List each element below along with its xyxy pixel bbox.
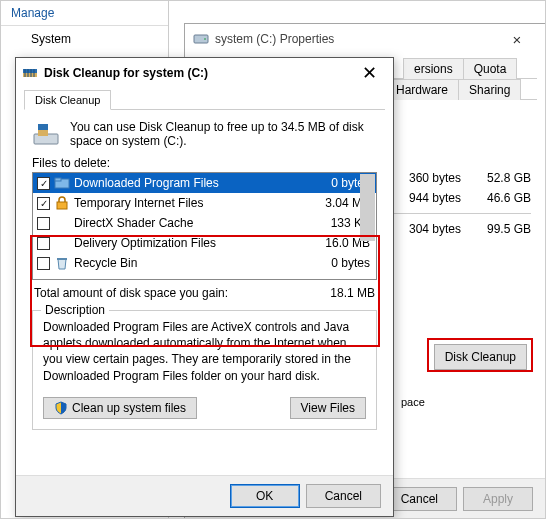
manage-item-system[interactable]: System <box>1 26 168 52</box>
file-name: DirectX Shader Cache <box>74 216 310 230</box>
clean-up-system-files-label: Clean up system files <box>72 401 186 415</box>
stat-size: 99.5 GB <box>461 222 531 236</box>
files-to-delete-label: Files to delete: <box>32 156 377 170</box>
close-icon[interactable]: ✕ <box>353 62 385 84</box>
stat-bytes: 360 bytes <box>409 171 461 185</box>
disk-cleanup-window: Disk Cleanup for system (C:) ✕ Disk Clea… <box>15 57 394 517</box>
svg-rect-14 <box>57 258 67 260</box>
file-type-icon <box>54 215 70 231</box>
checkbox[interactable] <box>37 217 50 230</box>
file-size: 0 bytes <box>310 256 370 270</box>
stat-size: 46.6 GB <box>461 191 531 205</box>
file-row[interactable]: ✓Downloaded Program Files0 bytes <box>33 173 376 193</box>
stat-bytes: 944 bytes <box>409 191 461 205</box>
view-files-label: View Files <box>301 401 355 415</box>
total-label: Total amount of disk space you gain: <box>34 286 330 300</box>
file-type-icon <box>54 255 70 271</box>
file-name: Recycle Bin <box>74 256 310 270</box>
shield-icon <box>54 401 68 415</box>
disk-cleanup-titlebar: Disk Cleanup for system (C:) ✕ <box>16 58 393 88</box>
file-row[interactable]: DirectX Shader Cache133 KB <box>33 213 376 233</box>
view-files-button[interactable]: View Files <box>290 397 366 419</box>
checkbox[interactable] <box>37 237 50 250</box>
total-value: 18.1 MB <box>330 286 375 300</box>
file-type-icon <box>54 235 70 251</box>
drive-icon <box>193 31 209 47</box>
tab-sharing[interactable]: Sharing <box>458 79 521 100</box>
description-title: Description <box>41 303 109 317</box>
files-listbox[interactable]: ✓Downloaded Program Files0 bytes✓Tempora… <box>32 172 377 280</box>
description-text: Downloaded Program Files are ActiveX con… <box>43 319 366 389</box>
brush-icon <box>22 67 38 79</box>
file-type-icon <box>54 175 70 191</box>
scrollbar-thumb[interactable] <box>360 174 375 241</box>
disk-cleanup-button[interactable]: Disk Cleanup <box>434 344 527 370</box>
stat-size: 52.8 GB <box>461 171 531 185</box>
disk-cleanup-button-container: Disk Cleanup <box>434 344 527 370</box>
svg-rect-13 <box>57 202 67 209</box>
clean-up-system-files-button[interactable]: Clean up system files <box>43 397 197 419</box>
tab-quota[interactable]: Quota <box>463 58 518 79</box>
file-name: Temporary Internet Files <box>74 196 310 210</box>
file-name: Downloaded Program Files <box>74 176 310 190</box>
ok-button[interactable]: OK <box>230 484 300 508</box>
manage-header[interactable]: Manage <box>1 1 168 26</box>
svg-rect-10 <box>38 130 48 136</box>
disk-brush-icon <box>32 120 60 148</box>
disk-cleanup-title: Disk Cleanup for system (C:) <box>44 66 353 80</box>
file-row[interactable]: ✓Temporary Internet Files3.04 MB <box>33 193 376 213</box>
tab-versions[interactable]: ersions <box>403 58 464 79</box>
disk-cleanup-tabs: Disk Cleanup <box>24 90 385 110</box>
stat-bytes: 304 bytes <box>409 222 461 236</box>
description-buttons: Clean up system files View Files <box>43 397 366 419</box>
checkbox[interactable]: ✓ <box>37 177 50 190</box>
disk-cleanup-button-bar: OK Cancel <box>16 475 393 516</box>
intro-row: You can use Disk Cleanup to free up to 3… <box>32 120 377 148</box>
checkbox[interactable] <box>37 257 50 270</box>
cancel-button[interactable]: Cancel <box>306 484 381 508</box>
description-group: Description Downloaded Program Files are… <box>32 310 377 430</box>
checkbox[interactable]: ✓ <box>37 197 50 210</box>
properties-title: system (C:) Properties <box>215 32 497 46</box>
svg-rect-12 <box>55 178 61 181</box>
file-row[interactable]: Recycle Bin0 bytes <box>33 253 376 273</box>
space-label-fragment: pace <box>401 396 425 408</box>
apply-button[interactable]: Apply <box>463 487 533 511</box>
tab-hardware[interactable]: Hardware <box>385 79 459 100</box>
disk-cleanup-body: You can use Disk Cleanup to free up to 3… <box>16 110 393 438</box>
file-row[interactable]: Delivery Optimization Files16.0 MB <box>33 233 376 253</box>
close-icon[interactable]: × <box>497 31 537 48</box>
svg-point-1 <box>204 38 206 40</box>
intro-text: You can use Disk Cleanup to free up to 3… <box>70 120 377 148</box>
file-type-icon <box>54 195 70 211</box>
properties-titlebar: system (C:) Properties × <box>185 24 545 54</box>
file-name: Delivery Optimization Files <box>74 236 310 250</box>
tab-disk-cleanup[interactable]: Disk Cleanup <box>24 90 111 110</box>
